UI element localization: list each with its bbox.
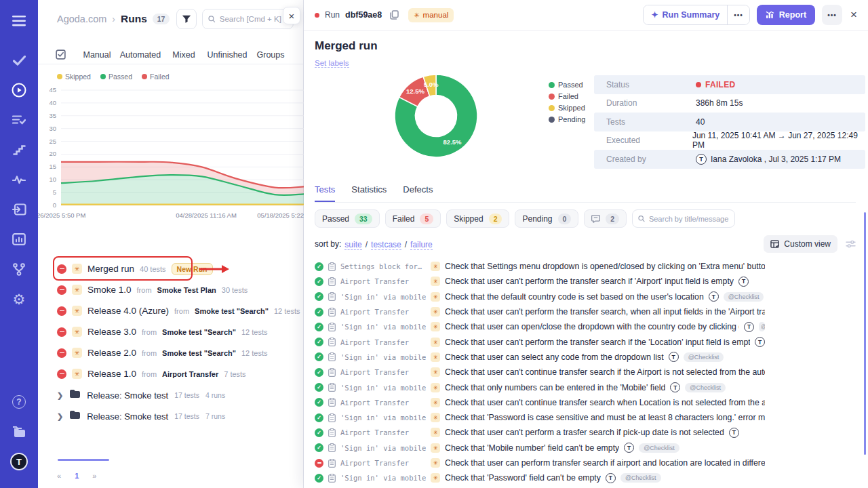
sidebar: ⚙ ? T	[0, 0, 38, 488]
tab-statistics[interactable]: Statistics	[351, 184, 387, 202]
tests-search[interactable]	[632, 209, 735, 228]
tab-unfinished[interactable]: Unfinished	[205, 50, 249, 60]
run-row[interactable]: ✳Release 1.0fromAirport Transfer7 tests	[38, 363, 303, 384]
tab-mixed[interactable]: Mixed	[162, 50, 205, 60]
tab-manual[interactable]: Manual	[75, 50, 119, 60]
folder-row[interactable]: ❯Release: Smoke test17 tests4 runs	[38, 385, 303, 405]
test-row[interactable]: ✓Airport Transfer✳Check that user can't …	[315, 425, 765, 440]
run-summary-button[interactable]: ✦ Run Summary	[644, 5, 727, 24]
drawer-close-button[interactable]: ×	[850, 8, 857, 22]
run-row[interactable]: ✳Smoke 1.0fromSmoke Test Plan30 tests	[38, 279, 303, 300]
funnel-icon	[182, 14, 191, 24]
view-settings-icon[interactable]	[846, 240, 856, 248]
test-row[interactable]: ✓Airport Transfer✳Check that user can't …	[315, 395, 765, 410]
run-row[interactable]: ✳Release 4.0 (Azure)fromSmoke test "Sear…	[38, 300, 303, 321]
run-row[interactable]: ✳Merged run40 testsNew Run	[38, 258, 303, 279]
comments-filter-chip[interactable]: 2	[584, 209, 627, 228]
test-row[interactable]: ✓'Sign in' via mobile✳Check that user ca…	[315, 350, 765, 365]
docs-icon[interactable]	[7, 420, 31, 443]
tab-groups[interactable]: Groups	[249, 50, 292, 60]
checklist-tag: @Checklist	[639, 443, 679, 453]
vertical-scrollbar[interactable]	[864, 212, 867, 455]
filter-chip-passed[interactable]: Passed33	[315, 209, 380, 228]
test-row[interactable]: ✓'Sign in' via mobile✳Check that 'Mobile…	[315, 441, 765, 455]
test-row[interactable]: ✓Airport Transfer✳Check that user can't …	[315, 274, 765, 289]
filter-chip-failed[interactable]: Failed5	[385, 209, 441, 228]
test-list-icon[interactable]	[7, 108, 31, 131]
drawer-more-button[interactable]: •••	[822, 5, 842, 25]
filter-chip-count: 2	[489, 214, 502, 224]
run-tests-count: 30 tests	[222, 286, 248, 294]
sort-option-testcase[interactable]: testcase	[371, 240, 401, 250]
check-icon[interactable]	[7, 49, 31, 72]
manual-icon: ✳	[431, 352, 440, 362]
test-title: Check that user can't perform the transf…	[445, 277, 734, 286]
filter-chip-pending[interactable]: Pending0	[515, 209, 578, 228]
user-avatar[interactable]: T	[7, 450, 31, 473]
horizontal-scrollbar[interactable]	[58, 459, 109, 461]
activity-icon[interactable]	[7, 168, 31, 191]
run-source: Smoke test "Search"	[162, 328, 236, 336]
assignee-avatar: T	[755, 337, 765, 347]
test-row[interactable]: ✓'Sign in' via mobile✳Check that only nu…	[315, 380, 765, 394]
test-title: Check that user can't continue transfer …	[445, 398, 765, 407]
set-labels-link[interactable]: Set labels	[315, 59, 349, 68]
gear-icon[interactable]: ⚙	[7, 287, 31, 310]
runs-search[interactable]	[202, 9, 294, 29]
filter-chip-skipped[interactable]: Skipped2	[446, 209, 509, 228]
svg-text:0: 0	[53, 201, 56, 209]
folder-tests-count: 17 tests	[174, 412, 199, 420]
breadcrumb-project[interactable]: Agoda.com	[57, 14, 106, 24]
test-row[interactable]: ✓'Sign in' via mobile✳Check that 'Passwo…	[315, 470, 765, 485]
test-row[interactable]: ✓'Sign in' via mobile✳Check that 'Passwo…	[315, 410, 765, 425]
test-row[interactable]: ✓'Sign in' via mobile✳Check that 'Mobile…	[315, 485, 765, 488]
manual-icon: ✳	[431, 398, 440, 407]
folder-runs-count: 7 runs	[205, 412, 225, 420]
run-row[interactable]: ✳Release 3.0fromSmoke test "Search"12 te…	[38, 321, 303, 342]
filter-button[interactable]	[176, 9, 197, 29]
tab-tests[interactable]: Tests	[315, 184, 335, 202]
sort-option-failure[interactable]: failure	[410, 240, 433, 250]
report-button[interactable]: Report	[757, 5, 815, 25]
select-all-icon[interactable]	[56, 49, 66, 60]
runs-tabs: ManualAutomatedMixedUnfinishedGroups	[38, 45, 303, 64]
custom-view-button[interactable]: Custom view	[764, 235, 837, 253]
tab-defects[interactable]: Defects	[403, 184, 433, 202]
menu-icon[interactable]	[7, 9, 31, 33]
help-icon[interactable]: ?	[7, 390, 31, 413]
test-title: Check that only numbers can be entered i…	[445, 383, 665, 392]
run-from-label: from	[174, 307, 189, 315]
clipboard-icon	[328, 413, 336, 422]
test-row[interactable]: ✓Settings block for…✳Check that Settings…	[315, 259, 765, 274]
pagination-next[interactable]: »	[92, 472, 96, 480]
sort-option-suite[interactable]: suite	[344, 240, 361, 250]
run-row[interactable]: ✳Release 2.0fromSmoke test "Search"12 te…	[38, 342, 303, 363]
branch-icon[interactable]	[7, 258, 31, 281]
play-circle-icon[interactable]	[7, 79, 31, 102]
test-suite-name: 'Sign in' via mobile	[340, 293, 426, 301]
test-row[interactable]: ✓'Sign in' via mobile✳Check that the def…	[315, 289, 765, 304]
manual-badge: ✳ manual	[408, 8, 454, 22]
runs-panel-header: Agoda.com › Runs 17	[38, 0, 303, 29]
test-row[interactable]: ✓Airport Transfer✳Check that user can't …	[315, 334, 765, 349]
test-row[interactable]: ✓'Sign in' via mobile✳Check that user ca…	[315, 319, 765, 334]
pagination-page-1[interactable]: 1	[75, 472, 79, 480]
runs-panel-close-button[interactable]: ×	[283, 7, 300, 24]
runs-box-icon[interactable]	[7, 198, 31, 221]
pagination-prev[interactable]: «	[57, 472, 61, 480]
test-row[interactable]: ✓Airport Transfer✳Check that user can't …	[315, 365, 765, 380]
test-row[interactable]: ✓Airport Transfer✳Check that user can't …	[315, 304, 765, 319]
test-suite-name: 'Sign in' via mobile	[340, 384, 426, 392]
folder-row[interactable]: ❯Release: Smoke test17 tests7 runs	[38, 406, 303, 426]
runs-search-input[interactable]	[220, 15, 288, 23]
status-text: FAILED	[705, 80, 735, 89]
test-status-passed-icon: ✓	[315, 323, 323, 331]
test-row[interactable]: Airport Transfer✳Check that user can per…	[315, 455, 765, 470]
tab-automated[interactable]: Automated	[119, 50, 162, 60]
steps-icon[interactable]	[7, 138, 31, 161]
copy-icon[interactable]	[390, 10, 399, 20]
tests-search-input[interactable]	[649, 215, 729, 223]
reports-box-icon[interactable]	[7, 228, 31, 251]
test-status-passed-icon: ✓	[315, 398, 323, 407]
run-summary-more-button[interactable]: •••	[727, 5, 749, 24]
